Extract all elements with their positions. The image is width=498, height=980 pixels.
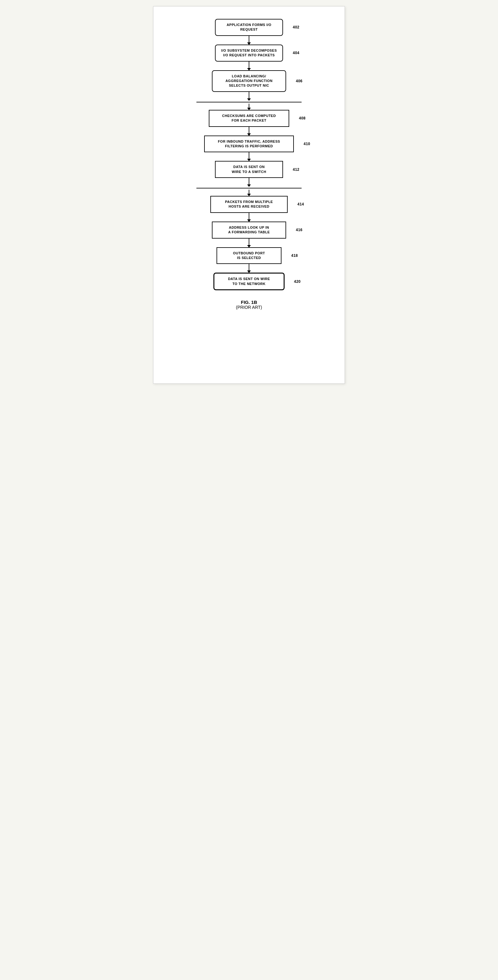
node-410: FOR INBOUND TRAFFIC, ADDRESSFILTERING IS… (204, 135, 294, 153)
node-412: DATA IS SENT ONWIRE TO A SWITCH 412 (215, 161, 283, 178)
node-408: CHECKSUMS ARE COMPUTEDFOR EACH PACKET 40… (209, 110, 289, 127)
arrow-408-410 (249, 127, 249, 135)
arrow-406-divider1 (249, 92, 249, 100)
arrow-418-420 (249, 264, 249, 273)
node-410-label: FOR INBOUND TRAFFIC, ADDRESSFILTERING IS… (218, 140, 280, 148)
figure-label: FIG. 1B (PRIOR ART) (236, 299, 262, 310)
node-420-ref: 420 (294, 279, 301, 284)
node-416-ref: 416 (296, 228, 303, 233)
page-container: APPLICATION FORMS I/O REQUEST 402 I/O SU… (153, 6, 345, 384)
node-414: PACKETS FROM MULTIPLEHOSTS ARE RECEIVED … (210, 196, 288, 213)
node-404: I/O SUBSYSTEM DECOMPOSESI/O REQUEST INTO… (215, 45, 283, 62)
node-402: APPLICATION FORMS I/O REQUEST 402 (215, 19, 283, 36)
section-divider-1 (197, 102, 301, 102)
arrow-404-406 (249, 62, 249, 70)
node-408-ref: 408 (299, 116, 306, 121)
flowchart: APPLICATION FORMS I/O REQUEST 402 I/O SU… (172, 19, 326, 290)
node-406-label: LOAD BALANCING/AGGREGATION FUNCTIONSELEC… (225, 74, 273, 88)
node-420: DATA IS SENT ON WIRETO THE NETWORK 420 (213, 273, 285, 290)
fig-title: FIG. 1B (236, 299, 262, 305)
node-404-ref: 404 (293, 51, 300, 56)
node-416-label: ADDRESS LOOK UP INA FORWARDING TABLE (228, 226, 270, 234)
node-418: OUTBOUND PORTIS SELECTED 418 (217, 247, 281, 264)
fig-subtitle: (PRIOR ART) (236, 305, 262, 310)
node-414-ref: 414 (297, 202, 304, 207)
arrow-414-416 (249, 213, 249, 221)
node-404-label: I/O SUBSYSTEM DECOMPOSESI/O REQUEST INTO… (221, 49, 277, 57)
node-418-label: OUTBOUND PORTIS SELECTED (233, 251, 265, 259)
arrow-402-404 (249, 36, 249, 45)
node-408-label: CHECKSUMS ARE COMPUTEDFOR EACH PACKET (222, 114, 276, 122)
node-406-ref: 406 (296, 78, 303, 84)
arrow-divider2-414 (249, 190, 249, 196)
node-416: ADDRESS LOOK UP INA FORWARDING TABLE 416 (212, 221, 286, 239)
node-420-label: DATA IS SENT ON WIRETO THE NETWORK (228, 277, 270, 285)
node-402-label: APPLICATION FORMS I/O REQUEST (227, 23, 271, 31)
node-412-label: DATA IS SENT ONWIRE TO A SWITCH (232, 165, 266, 173)
node-402-ref: 402 (293, 25, 300, 30)
node-414-label: PACKETS FROM MULTIPLEHOSTS ARE RECEIVED (225, 200, 273, 208)
node-412-ref: 412 (293, 167, 300, 172)
arrow-412-divider2 (249, 178, 249, 186)
section-divider-2 (197, 188, 301, 188)
node-418-ref: 418 (291, 253, 298, 258)
node-410-ref: 410 (303, 142, 310, 147)
arrow-divider1-408 (249, 103, 249, 110)
arrow-410-412 (249, 152, 249, 161)
node-406: LOAD BALANCING/AGGREGATION FUNCTIONSELEC… (212, 70, 286, 92)
arrow-416-418 (249, 239, 249, 247)
